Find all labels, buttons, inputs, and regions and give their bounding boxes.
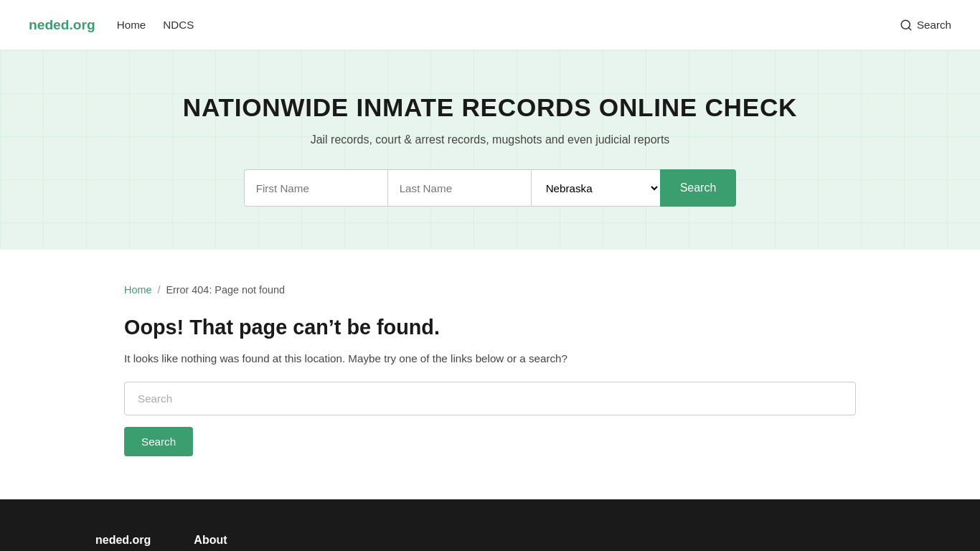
hero-subtitle: Jail records, court & arrest records, mu…: [14, 133, 966, 146]
error-description: It looks like nothing was found at this …: [124, 352, 856, 364]
page-search-button[interactable]: Search: [124, 427, 193, 456]
hero-search-button[interactable]: Search: [660, 169, 737, 207]
svg-line-1: [908, 27, 910, 29]
breadcrumb: Home / Error 404: Page not found: [124, 284, 856, 296]
page-search-input[interactable]: [124, 382, 856, 415]
hero-section: NATIONWIDE INMATE RECORDS ONLINE CHECK J…: [0, 50, 980, 250]
footer-about-heading: About: [194, 534, 227, 547]
breadcrumb-current: Error 404: Page not found: [166, 284, 285, 296]
header-search-button[interactable]: Search: [900, 19, 951, 32]
breadcrumb-home[interactable]: Home: [124, 284, 151, 296]
search-icon: [900, 19, 913, 32]
nav-home[interactable]: Home: [117, 19, 146, 31]
site-footer: neded.org About: [0, 499, 980, 551]
hero-title: NATIONWIDE INMATE RECORDS ONLINE CHECK: [14, 93, 966, 122]
state-select[interactable]: AlabamaAlaskaArizonaArkansasCaliforniaCo…: [531, 169, 660, 207]
first-name-input[interactable]: [244, 169, 387, 207]
last-name-input[interactable]: [387, 169, 531, 207]
header-search-label: Search: [917, 19, 951, 31]
main-content: Home / Error 404: Page not found Oops! T…: [95, 250, 885, 499]
footer-inner: neded.org About: [95, 534, 885, 547]
footer-about: About: [194, 534, 227, 547]
site-header: neded.org Home NDCS Search: [0, 0, 980, 50]
site-logo[interactable]: neded.org: [29, 17, 95, 33]
error-title: Oops! That page can’t be found.: [124, 316, 856, 339]
breadcrumb-separator: /: [157, 284, 160, 296]
hero-search-form: AlabamaAlaskaArizonaArkansasCaliforniaCo…: [203, 169, 777, 207]
footer-brand: neded.org: [95, 534, 151, 547]
main-nav: Home NDCS: [117, 19, 900, 31]
nav-ndcs[interactable]: NDCS: [163, 19, 194, 31]
